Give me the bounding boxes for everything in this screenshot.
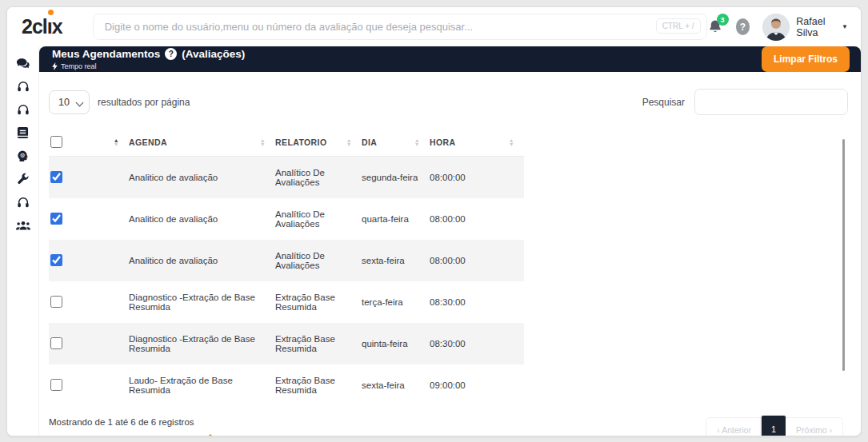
col-dia[interactable]: DIA ▲▼ bbox=[362, 128, 430, 157]
table-controls: 10 resultados por página Pesquisar bbox=[49, 89, 848, 115]
pagination-next-button[interactable]: Próximo › bbox=[786, 417, 843, 436]
cell-agenda: Analitico de avaliação bbox=[129, 157, 275, 199]
realtime-indicator: Tempo real bbox=[52, 62, 245, 70]
global-search-input[interactable] bbox=[93, 14, 707, 40]
select-all-checkbox[interactable] bbox=[50, 136, 62, 148]
notification-count-badge: 3 bbox=[717, 14, 729, 26]
table-row[interactable]: Analitico de avaliação Analítico De Aval… bbox=[49, 240, 524, 281]
page-size-select-wrap: 10 bbox=[49, 90, 90, 114]
pagination-current-page[interactable]: 1 bbox=[762, 416, 786, 436]
page-size-select[interactable]: 10 bbox=[49, 90, 90, 114]
table-row[interactable]: Analitico de avaliação Analítico De Aval… bbox=[49, 198, 524, 240]
head-gear-icon[interactable]: ⚙ bbox=[16, 149, 30, 163]
comments-icon[interactable] bbox=[16, 56, 30, 70]
svg-text:⚙: ⚙ bbox=[20, 151, 26, 158]
notifications-button[interactable]: 3 bbox=[707, 18, 723, 35]
table-footer: Mostrando de 1 até 6 de 6 registros Remo… bbox=[49, 417, 848, 436]
cell-relatorio: Extração Base Resumida bbox=[275, 281, 362, 323]
table-row[interactable]: Diagnostico -Extração de Base Resumida E… bbox=[49, 281, 524, 323]
cell-dia: quarta-feira bbox=[362, 198, 430, 240]
top-bar: 2clıx CTRL + / 3 ? bbox=[7, 7, 861, 46]
results-summary: Mostrando de 1 até 6 de 6 registros bbox=[49, 417, 239, 427]
lightning-bolt-icon bbox=[52, 62, 58, 70]
cell-hora: 08:30:00 bbox=[430, 281, 524, 323]
page-size-label: resultados por página bbox=[98, 97, 190, 108]
cell-dia: sexta-feira bbox=[362, 240, 430, 281]
topbar-actions: 3 ? Rafael Silva ▼ bbox=[707, 14, 848, 41]
logo-text: 2cl bbox=[22, 15, 47, 38]
cell-relatorio: Extração Base Resumida bbox=[275, 323, 362, 364]
pagination-prev-button[interactable]: ‹ Anterior bbox=[706, 417, 762, 436]
headset-icon[interactable] bbox=[16, 102, 30, 117]
table-body: Analitico de avaliação Analítico De Aval… bbox=[49, 157, 524, 407]
cell-dia: quinta-feira bbox=[362, 323, 430, 364]
col-agenda[interactable]: AGENDA ▲▼ bbox=[129, 128, 275, 157]
sort-icons[interactable]: ▲▼ bbox=[114, 138, 119, 146]
pagination: ‹ Anterior 1 Próximo › bbox=[706, 417, 843, 436]
row-checkbox[interactable] bbox=[50, 296, 62, 308]
keyboard-shortcut-badge: CTRL + / bbox=[656, 18, 701, 34]
cell-hora: 08:00:00 bbox=[430, 157, 524, 199]
cell-hora: 09:00:00 bbox=[430, 364, 524, 406]
col-relatorio[interactable]: RELATORIO ▲▼ bbox=[275, 128, 362, 157]
headset-icon[interactable] bbox=[16, 195, 30, 209]
cell-agenda: Diagnostico -Extração de Base Resumida bbox=[129, 281, 275, 323]
cell-dia: sexta-feira bbox=[362, 364, 430, 406]
table-search-input[interactable] bbox=[694, 89, 848, 115]
chevron-down-icon: ▼ bbox=[842, 23, 848, 30]
book-icon[interactable] bbox=[16, 125, 30, 140]
app-logo[interactable]: 2clıx bbox=[22, 15, 62, 38]
cell-relatorio: Analítico De Avaliações bbox=[275, 240, 362, 281]
cell-relatorio: Analítico De Avaliações bbox=[275, 157, 362, 199]
app-window: 2clıx CTRL + / 3 ? bbox=[6, 6, 862, 436]
table-row[interactable]: Laudo- Extração de Base Resumida Extraçã… bbox=[49, 364, 524, 406]
wrench-icon[interactable] bbox=[16, 172, 30, 186]
sidebar: ⚙ bbox=[7, 46, 39, 436]
user-name: Rafael Silva bbox=[796, 16, 834, 38]
users-icon[interactable] bbox=[16, 218, 30, 233]
row-checkbox[interactable] bbox=[50, 379, 62, 391]
cell-agenda: Laudo- Extração de Base Resumida bbox=[129, 364, 275, 406]
table-scrollbar[interactable] bbox=[842, 139, 845, 371]
col-select-all: ▲▼ bbox=[49, 128, 129, 157]
user-menu[interactable]: Rafael Silva ▼ bbox=[762, 14, 848, 41]
logo-orange-dot bbox=[48, 10, 54, 15]
row-checkbox[interactable] bbox=[50, 337, 62, 349]
page-header: Meus Agendamentos ? (Avaliações) Tempo r… bbox=[39, 46, 861, 72]
avatar bbox=[762, 14, 790, 41]
cell-dia: segunda-feira bbox=[362, 157, 430, 199]
sort-icons[interactable]: ▲▼ bbox=[509, 138, 514, 146]
sort-icons[interactable]: ▲▼ bbox=[260, 138, 266, 146]
cell-hora: 08:30:00 bbox=[430, 323, 524, 364]
row-checkbox[interactable] bbox=[50, 171, 62, 183]
clear-filters-button[interactable]: Limpar Filtros bbox=[762, 46, 850, 72]
headset-icon[interactable] bbox=[16, 79, 30, 94]
row-checkbox[interactable] bbox=[50, 213, 62, 225]
cell-hora: 08:00:00 bbox=[430, 240, 524, 281]
table-search: Pesquisar bbox=[642, 89, 848, 115]
cell-agenda: Diagnostico -Extração de Base Resumida bbox=[129, 323, 275, 364]
table-row[interactable]: Analitico de avaliação Analítico De Aval… bbox=[49, 157, 524, 199]
page-title: Meus Agendamentos ? (Avaliações) bbox=[52, 48, 245, 60]
global-search: CTRL + / bbox=[93, 14, 707, 40]
cell-relatorio: Extração Base Resumida bbox=[275, 364, 362, 406]
table-row[interactable]: Diagnostico -Extração de Base Resumida E… bbox=[49, 323, 524, 364]
sort-icons[interactable]: ▲▼ bbox=[414, 138, 420, 146]
title-help-icon[interactable]: ? bbox=[165, 48, 177, 60]
sort-icons[interactable]: ▲▼ bbox=[346, 138, 352, 146]
cell-relatorio: Analítico De Avaliações bbox=[275, 198, 362, 240]
schedules-table: ▲▼ AGENDA ▲▼ RELATORIO ▲▼ bbox=[49, 128, 524, 406]
cell-agenda: Analitico de avaliação bbox=[129, 198, 275, 240]
help-button[interactable]: ? bbox=[736, 18, 750, 35]
cell-dia: terça-feira bbox=[362, 281, 430, 323]
annotation-arrow-icon bbox=[190, 432, 239, 436]
content-area: Meus Agendamentos ? (Avaliações) Tempo r… bbox=[39, 46, 861, 436]
page-title-suffix: (Avaliações) bbox=[182, 48, 245, 60]
table-header-row: ▲▼ AGENDA ▲▼ RELATORIO ▲▼ bbox=[49, 128, 524, 157]
cell-agenda: Analitico de avaliação bbox=[129, 240, 275, 281]
table-search-label: Pesquisar bbox=[642, 97, 685, 108]
col-hora[interactable]: HORA ▲▼ bbox=[430, 128, 524, 157]
cell-hora: 08:00:00 bbox=[430, 198, 524, 240]
row-checkbox[interactable] bbox=[50, 254, 62, 266]
